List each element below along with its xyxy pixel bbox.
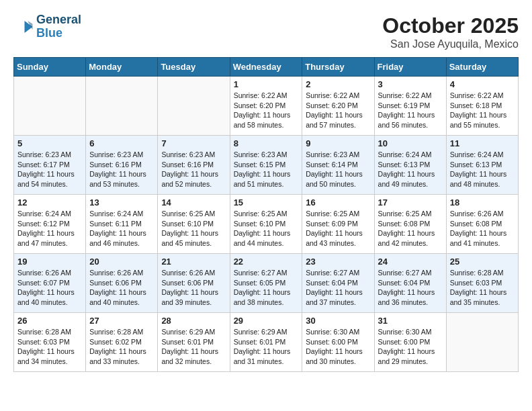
calendar-day: 27Sunrise: 6:28 AM Sunset: 6:02 PM Dayli…: [86, 313, 158, 372]
logo: General Blue: [13, 13, 81, 40]
day-info: Sunrise: 6:30 AM Sunset: 6:00 PM Dayligh…: [378, 327, 443, 367]
day-info: Sunrise: 6:23 AM Sunset: 6:16 PM Dayligh…: [161, 150, 226, 189]
calendar-day: 19Sunrise: 6:26 AM Sunset: 6:07 PM Dayli…: [14, 254, 86, 313]
calendar-day: 1Sunrise: 6:22 AM Sunset: 6:20 PM Daylig…: [230, 77, 302, 136]
day-info: Sunrise: 6:22 AM Sunset: 6:20 PM Dayligh…: [234, 91, 299, 130]
calendar-day: 31Sunrise: 6:30 AM Sunset: 6:00 PM Dayli…: [374, 313, 446, 372]
day-number: 13: [89, 197, 154, 208]
day-info: Sunrise: 6:25 AM Sunset: 6:10 PM Dayligh…: [161, 209, 226, 248]
day-info: Sunrise: 6:22 AM Sunset: 6:20 PM Dayligh…: [306, 91, 370, 130]
day-info: Sunrise: 6:26 AM Sunset: 6:08 PM Dayligh…: [450, 209, 515, 248]
day-info: Sunrise: 6:26 AM Sunset: 6:07 PM Dayligh…: [17, 268, 82, 308]
day-info: Sunrise: 6:23 AM Sunset: 6:15 PM Dayligh…: [234, 150, 299, 189]
day-number: 31: [378, 316, 443, 326]
calendar-week-row: 5Sunrise: 6:23 AM Sunset: 6:17 PM Daylig…: [14, 136, 519, 195]
calendar-day: 22Sunrise: 6:27 AM Sunset: 6:05 PM Dayli…: [230, 254, 302, 313]
calendar-day: 6Sunrise: 6:23 AM Sunset: 6:16 PM Daylig…: [86, 136, 158, 195]
calendar-week-row: 1Sunrise: 6:22 AM Sunset: 6:20 PM Daylig…: [14, 77, 519, 136]
calendar-day: 23Sunrise: 6:27 AM Sunset: 6:04 PM Dayli…: [302, 254, 374, 313]
title-block: October 2025 San Jose Ayuquila, Mexico: [382, 13, 519, 50]
calendar-day: 11Sunrise: 6:24 AM Sunset: 6:13 PM Dayli…: [446, 136, 518, 195]
calendar-day: 9Sunrise: 6:23 AM Sunset: 6:14 PM Daylig…: [302, 136, 374, 195]
day-number: 6: [89, 138, 154, 148]
day-number: 28: [161, 316, 226, 326]
day-info: Sunrise: 6:30 AM Sunset: 6:00 PM Dayligh…: [306, 327, 370, 367]
day-info: Sunrise: 6:24 AM Sunset: 6:13 PM Dayligh…: [450, 150, 515, 189]
weekday-header: Monday: [86, 58, 158, 77]
calendar: SundayMondayTuesdayWednesdayThursdayFrid…: [13, 57, 519, 372]
calendar-day: 28Sunrise: 6:29 AM Sunset: 6:01 PM Dayli…: [158, 313, 230, 372]
day-info: Sunrise: 6:26 AM Sunset: 6:06 PM Dayligh…: [161, 268, 226, 308]
day-number: 18: [450, 197, 515, 208]
day-number: 26: [17, 316, 82, 326]
day-info: Sunrise: 6:25 AM Sunset: 6:08 PM Dayligh…: [378, 209, 443, 248]
day-number: 21: [161, 257, 226, 267]
day-number: 23: [306, 257, 370, 267]
calendar-day: 24Sunrise: 6:27 AM Sunset: 6:04 PM Dayli…: [374, 254, 446, 313]
day-number: 10: [378, 138, 443, 148]
weekday-header: Wednesday: [230, 58, 302, 77]
day-info: Sunrise: 6:29 AM Sunset: 6:01 PM Dayligh…: [234, 327, 299, 367]
day-info: Sunrise: 6:25 AM Sunset: 6:09 PM Dayligh…: [306, 209, 370, 248]
day-info: Sunrise: 6:23 AM Sunset: 6:14 PM Dayligh…: [306, 150, 370, 189]
day-number: 12: [17, 197, 82, 208]
weekday-header: Sunday: [14, 58, 86, 77]
day-number: 4: [450, 79, 515, 89]
day-number: 16: [306, 197, 370, 208]
calendar-empty: [86, 77, 158, 136]
day-info: Sunrise: 6:22 AM Sunset: 6:18 PM Dayligh…: [450, 91, 515, 130]
calendar-day: 16Sunrise: 6:25 AM Sunset: 6:09 PM Dayli…: [302, 195, 374, 254]
calendar-week-row: 12Sunrise: 6:24 AM Sunset: 6:12 PM Dayli…: [14, 195, 519, 254]
day-number: 22: [234, 257, 299, 267]
weekday-header: Friday: [374, 58, 446, 77]
calendar-day: 10Sunrise: 6:24 AM Sunset: 6:13 PM Dayli…: [374, 136, 446, 195]
calendar-day: 29Sunrise: 6:29 AM Sunset: 6:01 PM Dayli…: [230, 313, 302, 372]
day-info: Sunrise: 6:25 AM Sunset: 6:10 PM Dayligh…: [234, 209, 299, 248]
calendar-day: 14Sunrise: 6:25 AM Sunset: 6:10 PM Dayli…: [158, 195, 230, 254]
page-header: General Blue October 2025 San Jose Ayuqu…: [13, 13, 519, 50]
calendar-day: 26Sunrise: 6:28 AM Sunset: 6:03 PM Dayli…: [14, 313, 86, 372]
day-number: 20: [89, 257, 154, 267]
calendar-day: 15Sunrise: 6:25 AM Sunset: 6:10 PM Dayli…: [230, 195, 302, 254]
day-info: Sunrise: 6:27 AM Sunset: 6:05 PM Dayligh…: [234, 268, 299, 308]
day-info: Sunrise: 6:27 AM Sunset: 6:04 PM Dayligh…: [378, 268, 443, 308]
month-title: October 2025: [382, 13, 519, 38]
day-number: 5: [17, 138, 82, 148]
day-number: 14: [161, 197, 226, 208]
day-info: Sunrise: 6:24 AM Sunset: 6:11 PM Dayligh…: [89, 209, 154, 248]
day-info: Sunrise: 6:24 AM Sunset: 6:12 PM Dayligh…: [17, 209, 82, 248]
calendar-day: 21Sunrise: 6:26 AM Sunset: 6:06 PM Dayli…: [158, 254, 230, 313]
calendar-day: 13Sunrise: 6:24 AM Sunset: 6:11 PM Dayli…: [86, 195, 158, 254]
calendar-day: 30Sunrise: 6:30 AM Sunset: 6:00 PM Dayli…: [302, 313, 374, 372]
day-info: Sunrise: 6:24 AM Sunset: 6:13 PM Dayligh…: [378, 150, 443, 189]
day-number: 19: [17, 257, 82, 267]
day-number: 7: [161, 138, 226, 148]
day-info: Sunrise: 6:27 AM Sunset: 6:04 PM Dayligh…: [306, 268, 370, 308]
day-number: 1: [234, 79, 299, 89]
calendar-day: 8Sunrise: 6:23 AM Sunset: 6:15 PM Daylig…: [230, 136, 302, 195]
weekday-header-row: SundayMondayTuesdayWednesdayThursdayFrid…: [14, 58, 519, 77]
calendar-day: 20Sunrise: 6:26 AM Sunset: 6:06 PM Dayli…: [86, 254, 158, 313]
day-number: 24: [378, 257, 443, 267]
calendar-day: 17Sunrise: 6:25 AM Sunset: 6:08 PM Dayli…: [374, 195, 446, 254]
calendar-week-row: 26Sunrise: 6:28 AM Sunset: 6:03 PM Dayli…: [14, 313, 519, 372]
calendar-day: 18Sunrise: 6:26 AM Sunset: 6:08 PM Dayli…: [446, 195, 518, 254]
day-number: 17: [378, 197, 443, 208]
day-number: 27: [89, 316, 154, 326]
day-info: Sunrise: 6:23 AM Sunset: 6:17 PM Dayligh…: [17, 150, 82, 189]
day-info: Sunrise: 6:29 AM Sunset: 6:01 PM Dayligh…: [161, 327, 226, 367]
weekday-header: Saturday: [446, 58, 518, 77]
day-info: Sunrise: 6:28 AM Sunset: 6:03 PM Dayligh…: [17, 327, 82, 367]
weekday-header: Tuesday: [158, 58, 230, 77]
day-number: 3: [378, 79, 443, 89]
day-number: 11: [450, 138, 515, 148]
logo-line2: Blue: [36, 27, 81, 40]
day-number: 25: [450, 257, 515, 267]
day-number: 2: [306, 79, 370, 89]
calendar-day: 2Sunrise: 6:22 AM Sunset: 6:20 PM Daylig…: [302, 77, 374, 136]
weekday-header: Thursday: [302, 58, 374, 77]
day-number: 30: [306, 316, 370, 326]
day-number: 29: [234, 316, 299, 326]
calendar-day: 7Sunrise: 6:23 AM Sunset: 6:16 PM Daylig…: [158, 136, 230, 195]
day-info: Sunrise: 6:22 AM Sunset: 6:19 PM Dayligh…: [378, 91, 443, 130]
